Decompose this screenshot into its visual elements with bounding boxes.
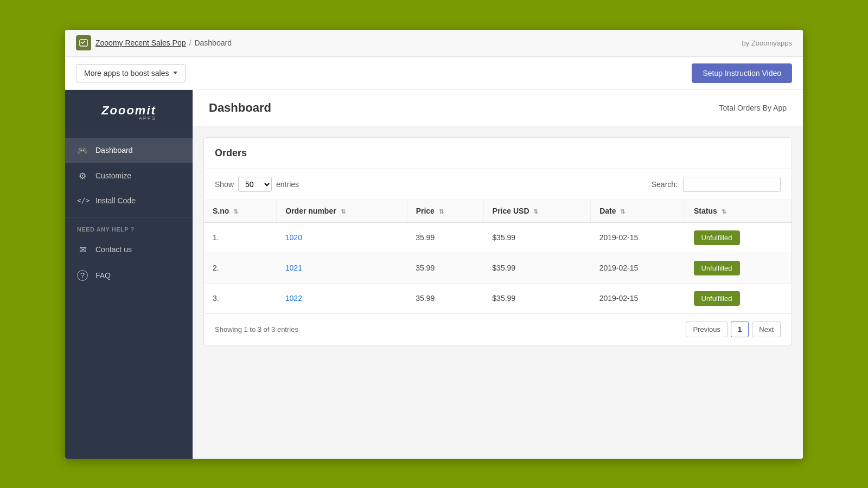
- col-header-status[interactable]: Status ⇅: [685, 200, 792, 222]
- breadcrumb-page: Dashboard: [194, 38, 232, 47]
- next-button[interactable]: Next: [752, 322, 781, 337]
- sidebar-item-contact-label: Contact us: [95, 245, 132, 254]
- page-title: Dashboard: [209, 101, 271, 115]
- more-apps-label: More apps to boost sales: [84, 69, 169, 78]
- cell-order-number: 1020: [277, 222, 407, 253]
- dashboard-icon: 🎮: [77, 145, 88, 156]
- help-section-label: NEED ANY HELP ?: [65, 217, 193, 237]
- sort-icon-sno: ⇅: [233, 208, 238, 215]
- col-header-date[interactable]: Date ⇅: [591, 200, 685, 222]
- cell-sno: 1.: [204, 222, 277, 253]
- orders-section: Orders Show 50 25 10 100 entries Search: [203, 137, 792, 345]
- order-link[interactable]: 1021: [285, 264, 302, 272]
- app-container: Zooomy Recent Sales Pop / Dashboard by Z…: [65, 30, 803, 459]
- chevron-down-icon: [173, 72, 177, 74]
- show-entries: Show 50 25 10 100 entries: [215, 177, 299, 192]
- breadcrumb-app-name[interactable]: Zooomy Recent Sales Pop: [95, 38, 186, 47]
- orders-section-title: Orders: [204, 138, 792, 169]
- more-apps-button[interactable]: More apps to boost sales: [76, 64, 186, 82]
- sort-icon-price: ⇅: [439, 208, 444, 215]
- status-badge: Unfulfilled: [694, 230, 740, 245]
- table-row: 3. 1022 35.99 $35.99 2019-02-15 Unfulfil…: [204, 283, 792, 313]
- col-header-sno[interactable]: S.no ⇅: [204, 200, 277, 222]
- orders-table: S.no ⇅ Order number ⇅ Price ⇅: [204, 200, 792, 313]
- cell-status: Unfulfilled: [685, 222, 792, 253]
- cell-status: Unfulfilled: [685, 283, 792, 313]
- breadcrumb-separator: /: [189, 38, 192, 47]
- question-icon: ?: [77, 270, 88, 281]
- status-badge: Unfulfilled: [694, 261, 740, 275]
- sidebar-item-dashboard[interactable]: 🎮 Dashboard: [65, 138, 193, 163]
- prev-button[interactable]: Previous: [686, 322, 727, 337]
- cell-price: 35.99: [407, 283, 483, 313]
- table-header-row: S.no ⇅ Order number ⇅ Price ⇅: [204, 200, 792, 222]
- pagination: Previous 1 Next: [686, 322, 781, 337]
- table-row: 2. 1021 35.99 $35.99 2019-02-15 Unfulfil…: [204, 253, 792, 283]
- logo-block: Zooomit APPS: [101, 104, 156, 121]
- cell-order-number: 1022: [277, 283, 407, 313]
- cell-sno: 2.: [204, 253, 277, 283]
- cell-price-usd: $35.99: [483, 283, 590, 313]
- sort-icon-price-usd: ⇅: [533, 208, 538, 215]
- sidebar-item-customize-label: Customize: [95, 171, 131, 180]
- sidebar-nav: 🎮 Dashboard ⚙ Customize </> Install Code…: [65, 132, 193, 459]
- sidebar-item-dashboard-label: Dashboard: [95, 146, 133, 155]
- cell-sno: 3.: [204, 283, 277, 313]
- cell-price-usd: $35.99: [483, 222, 590, 253]
- sidebar: Zooomit APPS 🎮 Dashboard ⚙ Customize </>…: [65, 90, 193, 459]
- sort-icon-date: ⇅: [620, 208, 625, 215]
- col-header-price-usd[interactable]: Price USD ⇅: [483, 200, 590, 222]
- setup-video-label: Setup Instruction Video: [703, 69, 781, 78]
- cell-price: 35.99: [407, 253, 483, 283]
- footer-info: Showing 1 to 3 of 3 entries: [215, 325, 298, 333]
- cell-date: 2019-02-15: [591, 222, 685, 253]
- cell-date: 2019-02-15: [591, 253, 685, 283]
- mail-icon: ✉: [77, 245, 88, 255]
- sidebar-item-customize[interactable]: ⚙ Customize: [65, 163, 193, 189]
- by-label: by Zooomyapps: [742, 39, 793, 47]
- sidebar-item-contact[interactable]: ✉ Contact us: [65, 237, 193, 262]
- sidebar-item-install-code-label: Install Code: [95, 196, 136, 205]
- cell-price: 35.99: [407, 222, 483, 253]
- show-label: Show: [215, 180, 234, 189]
- cell-status: Unfulfilled: [685, 253, 792, 283]
- cell-order-number: 1021: [277, 253, 407, 283]
- table-footer: Showing 1 to 3 of 3 entries Previous 1 N…: [204, 313, 792, 345]
- order-link[interactable]: 1022: [285, 294, 302, 303]
- sidebar-logo: Zooomit APPS: [65, 90, 193, 132]
- status-badge: Unfulfilled: [694, 291, 740, 306]
- main-layout: Zooomit APPS 🎮 Dashboard ⚙ Customize </>…: [65, 90, 803, 459]
- entries-label: entries: [276, 180, 299, 189]
- sort-icon-order: ⇅: [341, 208, 346, 215]
- content-header: Dashboard Total Orders By App: [193, 90, 803, 126]
- toolbar: More apps to boost sales Setup Instructi…: [65, 57, 803, 90]
- sort-icon-status: ⇅: [722, 208, 726, 215]
- entries-select[interactable]: 50 25 10 100: [238, 177, 272, 192]
- gear-icon: ⚙: [77, 171, 88, 181]
- table-row: 1. 1020 35.99 $35.99 2019-02-15 Unfulfil…: [204, 222, 792, 253]
- setup-video-button[interactable]: Setup Instruction Video: [692, 63, 792, 83]
- breadcrumb: Zooomy Recent Sales Pop / Dashboard: [95, 38, 232, 47]
- page-number: 1: [731, 322, 749, 337]
- search-box: Search:: [652, 177, 781, 192]
- cell-date: 2019-02-15: [591, 283, 685, 313]
- col-header-price[interactable]: Price ⇅: [407, 200, 483, 222]
- content: Dashboard Total Orders By App Orders Sho…: [193, 90, 803, 459]
- order-link[interactable]: 1020: [285, 233, 302, 242]
- top-bar-left: Zooomy Recent Sales Pop / Dashboard: [76, 35, 232, 50]
- orders-controls: Show 50 25 10 100 entries Search:: [204, 169, 792, 200]
- sidebar-item-faq-label: FAQ: [95, 271, 111, 280]
- total-orders-label: Total Orders By App: [719, 104, 787, 112]
- app-icon: [76, 35, 91, 50]
- cell-price-usd: $35.99: [483, 253, 590, 283]
- sidebar-item-faq[interactable]: ? FAQ: [65, 262, 193, 288]
- search-input[interactable]: [683, 177, 781, 192]
- col-header-order-number[interactable]: Order number ⇅: [277, 200, 407, 222]
- search-label: Search:: [652, 180, 678, 189]
- sidebar-item-install-code[interactable]: </> Install Code: [65, 189, 193, 213]
- top-bar: Zooomy Recent Sales Pop / Dashboard by Z…: [65, 30, 803, 57]
- code-icon: </>: [77, 196, 88, 204]
